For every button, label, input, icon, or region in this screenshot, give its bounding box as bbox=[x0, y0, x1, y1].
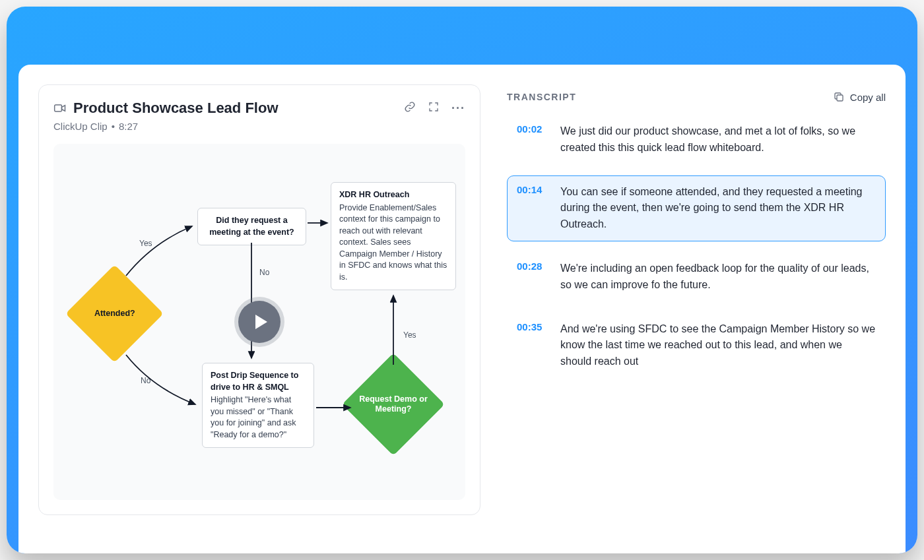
transcript-timestamp[interactable]: 00:02 bbox=[517, 123, 548, 156]
edge-label-yes: Yes bbox=[139, 239, 152, 248]
node-request-demo-label: Request Demo or Meeting? bbox=[357, 394, 430, 414]
edge-label-yes2: Yes bbox=[403, 330, 416, 340]
clip-subtitle: ClickUp Clip8:27 bbox=[53, 121, 465, 132]
node-drip-body: Highlight "Here's what you missed" or "T… bbox=[211, 395, 296, 439]
svg-rect-0 bbox=[55, 105, 62, 111]
node-drip: Post Drip Sequence to drive to HR & SMQL… bbox=[202, 363, 314, 448]
clip-duration: 8:27 bbox=[119, 121, 138, 132]
transcript-list[interactable]: 00:02We just did our product showcase, a… bbox=[507, 115, 886, 379]
clip-source: ClickUp Clip bbox=[53, 121, 108, 132]
node-xdr-body: Provide Enablement/Sales context for thi… bbox=[339, 203, 447, 282]
node-drip-title: Post Drip Sequence to drive to HR & SMQL bbox=[211, 370, 306, 393]
transcript-text: You can see if someone attended, and the… bbox=[560, 184, 876, 233]
node-request-meeting: Did they request a meeting at the event? bbox=[197, 208, 306, 245]
more-button[interactable]: ··· bbox=[451, 102, 465, 115]
transcript-header: TRANSCRIPT Copy all bbox=[507, 91, 886, 103]
transcript-text: And we're using SFDC to see the Campaign… bbox=[560, 321, 876, 370]
clip-preview[interactable]: Attended? Yes No Did they request a meet… bbox=[53, 144, 465, 500]
transcript-timestamp[interactable]: 00:35 bbox=[517, 321, 548, 370]
video-icon bbox=[53, 102, 67, 115]
device-frame: Product Showcase Lead Flow ··· ClickUp C… bbox=[7, 7, 917, 553]
link-button[interactable] bbox=[404, 101, 416, 115]
transcript-fade bbox=[507, 540, 886, 553]
app-panel: Product Showcase Lead Flow ··· ClickUp C… bbox=[18, 65, 906, 553]
play-button[interactable] bbox=[238, 301, 280, 343]
transcript-heading: TRANSCRIPT bbox=[507, 92, 576, 102]
svg-rect-1 bbox=[837, 95, 843, 101]
node-request-meeting-text: Did they request a meeting at the event? bbox=[209, 216, 294, 237]
clip-card: Product Showcase Lead Flow ··· ClickUp C… bbox=[38, 84, 480, 515]
play-icon bbox=[255, 315, 267, 329]
copy-icon bbox=[833, 91, 845, 103]
clip-header: Product Showcase Lead Flow ··· bbox=[53, 100, 465, 117]
node-request-demo: Request Demo or Meeting? bbox=[342, 353, 445, 456]
transcript-text: We just did our product showcase, and me… bbox=[560, 123, 876, 156]
copy-all-button[interactable]: Copy all bbox=[833, 91, 886, 103]
transcript-item[interactable]: 00:35And we're using SFDC to see the Cam… bbox=[507, 313, 886, 379]
transcript-text: We're including an open feedback loop fo… bbox=[560, 261, 876, 294]
node-attended: Attended? bbox=[65, 264, 163, 362]
transcript-item[interactable]: 00:14You can see if someone attended, an… bbox=[507, 175, 886, 241]
clip-column: Product Showcase Lead Flow ··· ClickUp C… bbox=[38, 84, 480, 553]
clip-actions: ··· bbox=[404, 101, 465, 115]
transcript-timestamp[interactable]: 00:14 bbox=[517, 184, 548, 233]
edge-label-no: No bbox=[141, 376, 150, 385]
node-attended-label: Attended? bbox=[94, 309, 135, 319]
node-xdr: XDR HR Outreach Provide Enablement/Sales… bbox=[331, 182, 456, 290]
transcript-item[interactable]: 00:28We're including an open feedback lo… bbox=[507, 252, 886, 302]
expand-button[interactable] bbox=[428, 101, 440, 115]
edge-label-no2: No bbox=[259, 268, 269, 277]
copy-all-label: Copy all bbox=[850, 92, 886, 103]
transcript-timestamp[interactable]: 00:28 bbox=[517, 261, 548, 294]
clip-title: Product Showcase Lead Flow bbox=[73, 100, 397, 117]
transcript-item[interactable]: 00:02We just did our product showcase, a… bbox=[507, 115, 886, 165]
transcript-column: TRANSCRIPT Copy all 00:02We just did our… bbox=[507, 84, 886, 553]
node-xdr-title: XDR HR Outreach bbox=[339, 189, 447, 201]
